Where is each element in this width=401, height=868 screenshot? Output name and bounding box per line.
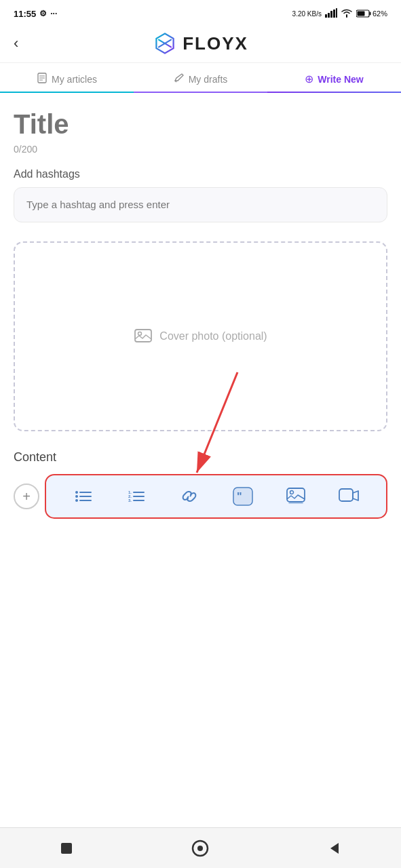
svg-rect-16: [135, 330, 151, 342]
signal-bars: [325, 8, 337, 19]
dots-menu: ···: [50, 9, 57, 18]
hashtags-label: Add hashtags: [14, 168, 387, 180]
svg-rect-0: [325, 14, 327, 18]
video-button[interactable]: [335, 482, 363, 511]
svg-point-20: [75, 491, 78, 494]
hashtag-input[interactable]: [26, 199, 375, 210]
svg-marker-42: [330, 843, 339, 854]
add-icon: +: [22, 489, 31, 505]
numbered-list-button[interactable]: 1. 2. 3.: [122, 482, 151, 511]
home-square-button[interactable]: [58, 840, 75, 856]
tab-write-new[interactable]: ⊕ Write New: [267, 63, 401, 92]
network-speed: 3.20 KB/s: [292, 10, 322, 18]
time-display: 11:55: [14, 9, 36, 19]
svg-point-41: [197, 846, 203, 851]
svg-rect-4: [336, 8, 337, 18]
title-input[interactable]: [14, 109, 387, 140]
char-count: 0/200: [14, 144, 387, 155]
back-button[interactable]: ‹: [14, 35, 18, 52]
status-right-group: 3.20 KB/s 62%: [292, 8, 387, 19]
svg-text:3.: 3.: [128, 498, 132, 502]
battery-icon: 62%: [356, 9, 387, 18]
cover-photo-icon: [134, 327, 153, 346]
logo-text: FLOYX: [183, 33, 248, 54]
svg-point-22: [75, 495, 78, 498]
write-new-icon: ⊕: [305, 73, 313, 85]
articles-icon: [37, 73, 47, 85]
svg-rect-1: [328, 13, 330, 18]
svg-point-36: [290, 491, 293, 494]
bullet-list-button[interactable]: [69, 482, 98, 511]
tab-my-drafts[interactable]: My drafts: [134, 63, 267, 92]
status-bar: 11:55 ⚙ ··· 3.20 KB/s: [0, 0, 401, 24]
editor-toolbar: 1. 2. 3.: [45, 474, 387, 519]
tab-write-new-label: Write New: [318, 74, 363, 85]
tabs-bar: My articles My drafts ⊕ Write New: [0, 63, 401, 93]
cover-photo-label: Cover photo (optional): [159, 330, 267, 342]
content-label: Content: [14, 450, 387, 465]
svg-rect-39: [61, 843, 72, 854]
cover-photo-area[interactable]: Cover photo (optional): [14, 241, 387, 431]
svg-rect-3: [333, 9, 335, 18]
circle-button[interactable]: [191, 839, 210, 858]
tab-my-articles-label: My articles: [52, 74, 97, 85]
tab-my-articles[interactable]: My articles: [0, 63, 134, 92]
drafts-icon: [174, 73, 185, 85]
hashtag-input-box[interactable]: [14, 187, 387, 222]
svg-rect-7: [357, 12, 364, 16]
svg-rect-35: [287, 488, 305, 502]
toolbar-wrapper: + 1.: [14, 474, 387, 519]
link-button[interactable]: [175, 482, 204, 511]
tab-my-drafts-label: My drafts: [189, 74, 228, 85]
main-content: 0/200 Add hashtags Cover photo (optional…: [0, 93, 401, 535]
status-time-group: 11:55 ⚙ ···: [14, 9, 57, 19]
svg-text:": ": [237, 491, 242, 502]
svg-point-24: [75, 499, 78, 502]
quote-button[interactable]: ": [229, 482, 257, 511]
image-button[interactable]: [282, 482, 310, 511]
logo-container: FLOYX: [153, 31, 248, 56]
back-nav-button[interactable]: [326, 840, 343, 856]
svg-rect-2: [330, 11, 332, 18]
settings-icon: ⚙: [39, 9, 47, 18]
svg-rect-38: [339, 489, 353, 501]
toolbar-area: + 1.: [14, 474, 387, 519]
svg-rect-6: [369, 12, 370, 16]
wifi-icon: [341, 8, 353, 19]
svg-point-17: [138, 332, 142, 336]
add-content-button[interactable]: +: [14, 484, 39, 509]
logo-icon: [153, 31, 177, 56]
bottom-nav: [0, 827, 401, 868]
app-header: ‹ FLOYX: [0, 24, 401, 63]
